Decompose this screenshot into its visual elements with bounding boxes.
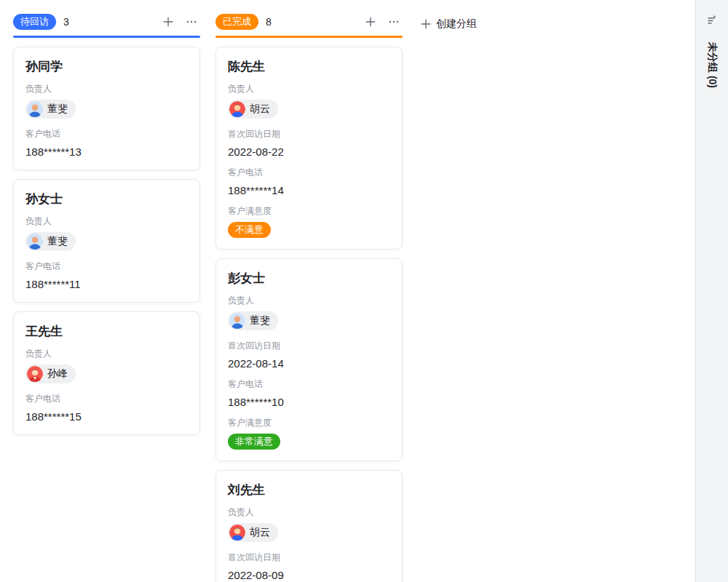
field-label: 负责人 [228,295,390,306]
column-header: 已完成 8 [215,13,403,31]
create-group-button[interactable]: 创建分组 [420,15,477,33]
date-field: 首次回访日期 2022-08-14 [228,340,390,370]
field-label: 客户电话 [228,379,390,390]
phone-field: 客户电话 188******13 [25,129,188,159]
satisfaction-field: 客户满意度 不满意 [228,206,390,238]
owner-field: 负责人 胡云 [228,507,390,543]
satisfaction-tag: 不满意 [228,222,271,238]
person-name: 董斐 [47,235,68,248]
person-name: 董斐 [250,314,270,327]
phone-value: 188******15 [25,410,188,423]
phone-field: 客户电话 188******10 [228,379,390,409]
avatar [229,101,245,117]
more-icon [186,16,197,28]
field-label: 负责人 [228,507,390,518]
avatar [27,101,43,117]
owner-field: 负责人 孙峰 [25,348,188,385]
avatar [27,366,43,382]
person-name: 孙峰 [47,367,68,380]
column-card-count: 3 [63,16,69,28]
person-name: 胡云 [250,103,270,116]
field-label: 客户电话 [25,261,188,272]
collapsed-group-rail: 未分组 (0) [695,0,728,582]
avatar [229,525,245,541]
person-chip: 孙峰 [25,364,76,383]
column-card-count: 8 [266,16,272,28]
person-chip: 董斐 [228,311,278,330]
field-label: 客户电话 [228,167,390,178]
field-label: 首次回访日期 [228,129,390,140]
card-title: 王先生 [25,323,188,340]
owner-field: 负责人 胡云 [228,84,390,120]
field-label: 首次回访日期 [228,340,390,351]
kanban-column-pending: 待回访 3 孙同学 负责人 董斐 [13,13,200,435]
plus-icon [365,16,376,28]
card-title: 孙同学 [25,58,188,75]
kanban-column-done: 已完成 8 陈先生 负责人 胡云 [215,13,403,582]
satisfaction-field: 客户满意度 非常满意 [228,418,390,450]
expand-list-icon [706,15,719,27]
person-name: 董斐 [47,103,68,116]
satisfaction-tag: 非常满意 [228,434,280,450]
owner-field: 负责人 董斐 [228,295,390,332]
avatar [27,234,43,250]
date-value: 2022-08-22 [228,145,390,159]
person-name: 胡云 [250,526,270,539]
plus-icon [420,18,432,30]
more-icon [388,16,400,28]
person-chip: 董斐 [25,232,76,251]
person-chip: 胡云 [228,523,278,542]
phone-value: 188******13 [25,145,188,159]
date-value: 2022-08-14 [228,356,390,370]
column-name-badge[interactable]: 已完成 [215,14,258,30]
create-group-label: 创建分组 [436,17,477,31]
column-more-button[interactable] [183,13,200,31]
add-card-button[interactable] [159,13,177,31]
column-name-badge[interactable]: 待回访 [13,14,56,30]
person-chip: 胡云 [228,100,278,119]
avatar [229,313,245,329]
kanban-board: 待回访 3 孙同学 负责人 董斐 [0,0,728,582]
field-label: 客户电话 [25,394,188,404]
date-value: 2022-08-09 [228,568,390,582]
card-title: 彭女士 [228,270,390,287]
expand-group-button[interactable] [703,12,721,29]
date-field: 首次回访日期 2022-08-22 [228,129,390,159]
phone-field: 客户电话 188******14 [228,167,390,197]
phone-value: 188******14 [228,183,390,197]
record-card[interactable]: 陈先生 负责人 胡云 首次回访日期 2022-08-22 客户电话 [215,47,403,250]
field-label: 负责人 [25,216,188,227]
card-title: 陈先生 [228,58,390,75]
card-list: 孙同学 负责人 董斐 客户电话 188******13 孙女士 [13,47,200,435]
plus-icon [162,16,174,28]
person-chip: 董斐 [25,100,76,119]
record-card[interactable]: 孙女士 负责人 董斐 客户电话 188******11 [13,179,200,303]
add-card-button[interactable] [362,13,379,31]
ungrouped-label[interactable]: 未分组 (0) [705,42,719,88]
field-label: 客户电话 [25,129,188,140]
record-card[interactable]: 彭女士 负责人 董斐 首次回访日期 2022-08-14 客户电话 [215,258,403,461]
column-header: 待回访 3 [13,13,200,31]
phone-field: 客户电话 188******11 [25,261,188,291]
owner-field: 负责人 董斐 [25,84,188,120]
field-label: 负责人 [25,348,188,359]
record-card[interactable]: 刘先生 负责人 胡云 首次回访日期 2022-08-09 客户电话 [215,470,403,582]
phone-value: 188******10 [228,395,390,409]
phone-field: 客户电话 188******15 [25,394,188,423]
phone-value: 188******11 [25,277,188,291]
record-card[interactable]: 王先生 负责人 孙峰 客户电话 188******15 [13,311,200,435]
column-accent-underline [215,36,403,38]
field-label: 首次回访日期 [228,552,390,563]
field-label: 客户满意度 [228,206,390,217]
field-label: 负责人 [228,84,390,95]
card-list: 陈先生 负责人 胡云 首次回访日期 2022-08-22 客户电话 [215,47,403,582]
record-card[interactable]: 孙同学 负责人 董斐 客户电话 188******13 [13,47,200,170]
field-label: 客户满意度 [228,418,390,428]
date-field: 首次回访日期 2022-08-09 [228,552,390,582]
card-title: 孙女士 [25,191,188,207]
card-title: 刘先生 [228,482,390,498]
field-label: 负责人 [25,84,188,95]
column-accent-underline [13,36,200,38]
column-more-button[interactable] [385,13,403,31]
owner-field: 负责人 董斐 [25,216,188,252]
